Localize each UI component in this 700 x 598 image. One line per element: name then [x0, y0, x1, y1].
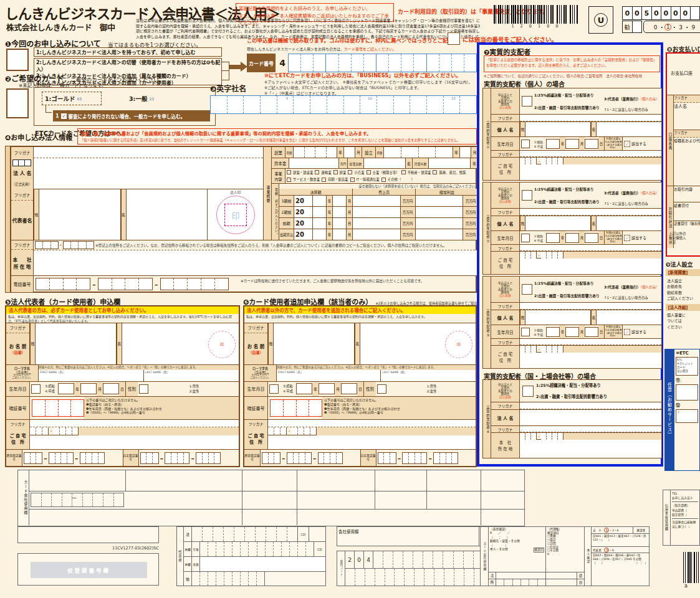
phone-cells-1[interactable] [36, 278, 90, 290]
relation-box[interactable] [522, 96, 532, 107]
owner-head-office-field[interactable] [520, 440, 661, 458]
industry-checkbox[interactable] [315, 170, 319, 174]
english-company-name-cells[interactable] [210, 95, 477, 114]
industry-checkbox[interactable] [322, 178, 326, 182]
owner-home-address-field[interactable] [520, 164, 661, 180]
ta-empty[interactable] [265, 572, 325, 586]
established-month-cell[interactable] [460, 147, 471, 158]
code-cell[interactable]: 5 [641, 6, 652, 20]
owner-corp-addr-furigana-field[interactable] [520, 426, 661, 432]
user-home-address-field[interactable] [268, 435, 476, 449]
month-field[interactable] [333, 196, 347, 206]
mobile-cells-3[interactable] [80, 452, 105, 464]
birth-month-cells[interactable] [565, 139, 579, 149]
birth-year-cells[interactable] [58, 383, 74, 394]
industry-checkbox[interactable] [348, 170, 352, 174]
pin-cells[interactable] [270, 399, 322, 417]
month-field[interactable] [333, 218, 347, 229]
year-field[interactable] [313, 196, 327, 206]
sales-field[interactable] [353, 207, 401, 217]
year-field[interactable] [313, 229, 327, 240]
birth-day-cells[interactable] [103, 383, 119, 394]
postal-cells-1[interactable] [520, 346, 537, 353]
sales-field[interactable] [353, 196, 401, 206]
postal-cells-2[interactable] [541, 433, 563, 440]
pin-cells[interactable] [32, 399, 84, 417]
mini-field[interactable] [496, 572, 545, 579]
owner-addr-furigana-field[interactable] [520, 245, 661, 251]
owner-mei-field[interactable] [597, 122, 661, 136]
birth-day-cells[interactable] [585, 139, 598, 149]
mobile-cells-1[interactable] [262, 452, 280, 464]
rep-mei-field[interactable] [122, 323, 205, 364]
owner-corp-name-field[interactable] [520, 410, 661, 425]
birth-day-cells[interactable] [341, 383, 357, 394]
user-mei-field[interactable] [360, 323, 442, 364]
industry-checkbox[interactable] [350, 178, 355, 182]
relation-box[interactable] [522, 386, 534, 397]
industry-checkbox[interactable] [333, 170, 338, 174]
birth-month-cells[interactable] [565, 327, 579, 337]
hometel-cells-2[interactable] [402, 452, 427, 464]
era-box[interactable] [269, 384, 279, 394]
postal-cells-1[interactable] [268, 427, 287, 435]
head-office-address-field[interactable] [34, 250, 478, 275]
pep-checkbox-icon[interactable] [624, 235, 630, 241]
section2-choice-box[interactable] [6, 88, 29, 118]
era-box[interactable] [31, 384, 41, 394]
rep-sei-field[interactable] [36, 323, 117, 364]
rep-addr-furigana-field[interactable] [30, 420, 239, 427]
relation-box[interactable] [522, 190, 532, 201]
hometel-cells-1[interactable] [378, 452, 396, 464]
sales-field[interactable] [353, 229, 401, 240]
phone-cells-2[interactable] [98, 278, 153, 290]
era-box[interactable] [521, 140, 530, 148]
birth-year-cells[interactable] [546, 327, 560, 337]
ta-cells[interactable] [192, 572, 265, 586]
phone-cells-3[interactable] [160, 278, 229, 290]
mobile-cells-2[interactable] [49, 452, 74, 464]
owner-furigana-field[interactable] [520, 209, 661, 216]
mobile-cells-1[interactable] [24, 452, 42, 464]
birth-month-cells[interactable] [319, 383, 335, 394]
mobile-cells-3[interactable] [318, 452, 343, 464]
mini-cells[interactable] [496, 579, 545, 586]
rep-home-address-field[interactable] [30, 435, 239, 449]
user-addr-furigana-field[interactable] [268, 420, 476, 427]
profit-field[interactable] [416, 207, 464, 217]
postal-cells-2[interactable] [541, 158, 563, 164]
profit-field[interactable] [416, 218, 464, 229]
corp-furigana-field[interactable] [34, 147, 263, 158]
owner-sei-field[interactable] [525, 310, 591, 325]
owner-sei-field[interactable] [525, 216, 591, 230]
code-cell[interactable]: 0 [680, 6, 691, 20]
hometel-cells-2[interactable] [165, 452, 189, 464]
optional-box-11[interactable] [676, 384, 698, 401]
relation-box[interactable] [522, 284, 532, 295]
mini-field[interactable] [546, 572, 577, 579]
fill-sample-box[interactable] [448, 32, 460, 45]
user-sei-field[interactable] [274, 323, 355, 364]
birth-year-cells[interactable] [546, 139, 560, 149]
birth-year-cells[interactable] [546, 233, 560, 243]
owner-mei-field[interactable] [597, 310, 661, 325]
rep-sei-field[interactable] [39, 189, 121, 240]
postal-cells-2[interactable] [54, 427, 79, 435]
section1-choice-box[interactable] [6, 49, 29, 71]
owner-furigana-field[interactable] [520, 303, 661, 310]
code-cell-empty[interactable] [690, 6, 700, 20]
postal-cells-2[interactable] [541, 346, 563, 353]
corp-name-field[interactable] [34, 158, 263, 189]
company-use-empty[interactable] [431, 527, 479, 546]
pep-checkbox-icon[interactable] [624, 329, 630, 335]
first-name-field[interactable]: FIRST NAME（名） [277, 370, 381, 382]
code-cell[interactable]: 0 [661, 6, 671, 20]
established-year-cells[interactable] [384, 147, 453, 158]
postal-cells-2[interactable] [292, 427, 317, 435]
code-cell[interactable]: 0 [632, 6, 643, 20]
bottom-left-empty-box[interactable] [17, 526, 159, 543]
owner-home-address-field[interactable] [520, 259, 661, 274]
first-name-field[interactable]: FIRST NAME（名） [39, 370, 144, 382]
employees-field[interactable] [364, 158, 406, 168]
optional-box-12[interactable]: 「 [676, 409, 698, 423]
